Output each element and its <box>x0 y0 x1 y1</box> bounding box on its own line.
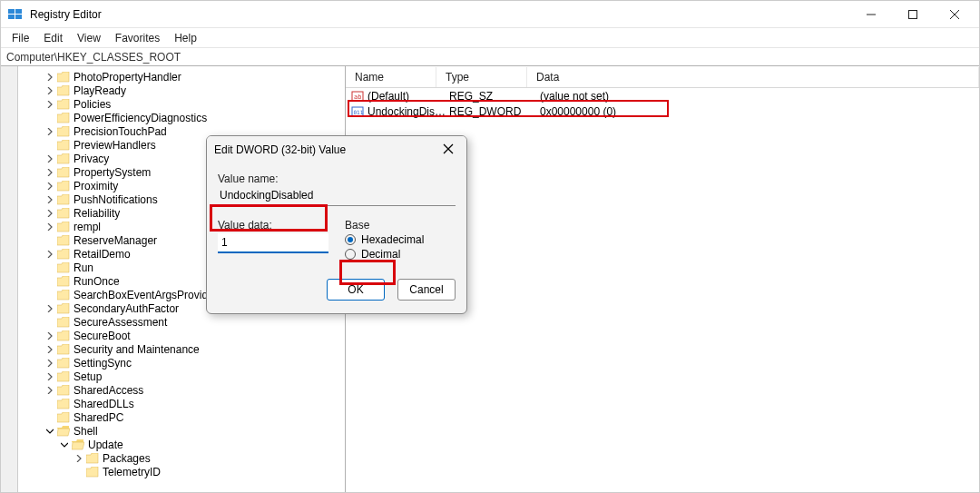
tree-item[interactable]: PowerEfficiencyDiagnostics <box>44 111 345 124</box>
menu-help[interactable]: Help <box>167 30 204 46</box>
tree-item[interactable]: SharedDLLs <box>44 397 345 410</box>
tree-item[interactable]: Security and Maintenance <box>44 342 345 356</box>
base-label: Base <box>345 219 456 232</box>
folder-icon <box>57 303 70 314</box>
folder-icon <box>57 222 70 232</box>
cancel-button[interactable]: Cancel <box>397 279 456 301</box>
tree-item-label: PhotoPropertyHandler <box>74 71 181 84</box>
folder-icon <box>57 358 70 369</box>
ok-button[interactable]: OK <box>327 279 385 301</box>
col-header-data[interactable]: Data <box>527 67 979 87</box>
svg-text:011: 011 <box>354 109 364 115</box>
folder-icon <box>57 290 70 301</box>
value-data-input[interactable] <box>218 233 328 253</box>
radio-decimal[interactable]: Decimal <box>345 248 456 261</box>
tree-item[interactable]: SettingSync <box>44 356 345 370</box>
tree-item-label: ReserveManager <box>74 234 157 247</box>
chevron-right-icon[interactable] <box>44 74 55 81</box>
cell-data: 0x00000000 (0) <box>540 105 974 118</box>
tree-item-label: SettingSync <box>74 357 132 370</box>
folder-icon <box>57 249 70 260</box>
tree-item-label: PreviewHandlers <box>74 139 156 152</box>
folder-icon <box>57 399 70 409</box>
folder-icon <box>57 99 70 110</box>
cell-type: REG_DWORD <box>449 105 540 118</box>
window-titlebar: Registry Editor <box>1 1 979 28</box>
chevron-right-icon[interactable] <box>44 387 55 394</box>
tree-item-label: SecureBoot <box>74 330 131 342</box>
dialog-titlebar[interactable]: Edit DWORD (32-bit) Value <box>207 136 466 163</box>
tree-item[interactable]: PlayReady <box>44 84 345 97</box>
radio-icon <box>345 234 356 245</box>
minimize-button[interactable] <box>850 1 892 28</box>
chevron-right-icon[interactable] <box>44 251 55 258</box>
menu-edit[interactable]: Edit <box>36 30 70 46</box>
maximize-button[interactable] <box>892 1 934 28</box>
folder-icon <box>57 412 70 423</box>
tree-item-label: SecondaryAuthFactor <box>74 302 179 315</box>
menu-view[interactable]: View <box>70 30 108 46</box>
chevron-right-icon[interactable] <box>44 360 55 367</box>
tree-item[interactable]: SecureAssessment <box>44 315 345 329</box>
edit-dword-dialog: Edit DWORD (32-bit) Value Value name: Un… <box>206 135 467 314</box>
chevron-right-icon[interactable] <box>74 455 84 462</box>
tree-item[interactable]: Shell <box>44 424 345 438</box>
chevron-right-icon[interactable] <box>44 332 55 340</box>
tree-item[interactable]: Setup <box>44 370 345 383</box>
value-name-field[interactable]: UndockingDisabled <box>218 187 456 206</box>
chevron-right-icon[interactable] <box>44 373 55 380</box>
tree-item[interactable]: SharedPC <box>44 410 345 424</box>
col-header-name[interactable]: Name <box>346 67 436 87</box>
radio-hexadecimal[interactable]: Hexadecimal <box>345 233 456 246</box>
tree-item[interactable]: TelemetryID <box>44 465 345 478</box>
folder-icon <box>57 181 70 192</box>
tree-item-label: TelemetryID <box>103 466 161 478</box>
folder-icon <box>57 85 70 96</box>
menu-file[interactable]: File <box>5 30 36 46</box>
tree-item[interactable]: SecureBoot <box>44 329 345 342</box>
chevron-right-icon[interactable] <box>44 196 55 203</box>
chevron-right-icon[interactable] <box>44 305 55 312</box>
chevron-right-icon[interactable] <box>44 346 55 353</box>
tree-item-label: rempl <box>74 221 101 233</box>
window-title: Registry Editor <box>30 8 850 21</box>
tree-item-label: SecureAssessment <box>74 316 167 329</box>
dialog-title: Edit DWORD (32-bit) Value <box>214 143 437 156</box>
tree-item-label: SharedPC <box>74 411 123 424</box>
folder-icon <box>57 317 70 328</box>
address-bar[interactable]: Computer\HKEY_CLASSES_ROOT <box>1 48 979 66</box>
chevron-right-icon[interactable] <box>44 169 55 176</box>
close-button[interactable] <box>934 1 975 28</box>
folder-icon <box>86 467 99 478</box>
tree-item-label: PrecisionTouchPad <box>74 125 167 138</box>
dword-value-icon: 011 <box>351 105 364 118</box>
cell-type: REG_SZ <box>449 90 540 103</box>
folder-icon <box>57 385 70 396</box>
tree-item-label: Policies <box>74 98 111 111</box>
chevron-down-icon[interactable] <box>59 441 70 449</box>
dialog-close-button[interactable] <box>437 143 459 157</box>
tree-item[interactable]: Update <box>44 438 345 451</box>
chevron-right-icon[interactable] <box>44 182 55 190</box>
folder-icon <box>57 113 70 123</box>
chevron-right-icon[interactable] <box>44 128 55 135</box>
folder-icon <box>57 276 70 287</box>
col-header-type[interactable]: Type <box>436 67 527 87</box>
tree-item-label: Update <box>88 439 123 451</box>
chevron-right-icon[interactable] <box>44 223 55 231</box>
chevron-right-icon[interactable] <box>44 155 55 163</box>
tree-item-label: PushNotifications <box>74 193 158 206</box>
chevron-right-icon[interactable] <box>44 87 55 94</box>
menu-favorites[interactable]: Favorites <box>108 30 167 46</box>
tree-item[interactable]: Policies <box>44 97 345 111</box>
tree-item[interactable]: PhotoPropertyHandler <box>44 70 345 84</box>
tree-item[interactable]: Packages <box>44 451 345 465</box>
chevron-right-icon[interactable] <box>44 101 55 108</box>
tree-item-label: RetailDemo <box>74 248 131 261</box>
list-row[interactable]: ab(Default)REG_SZ(value not set) <box>346 88 979 104</box>
chevron-down-icon[interactable] <box>44 428 55 435</box>
list-row[interactable]: 011UndockingDisab…REG_DWORD0x00000000 (0… <box>346 104 979 119</box>
svg-rect-2 <box>8 15 15 19</box>
chevron-right-icon[interactable] <box>44 210 55 217</box>
tree-item[interactable]: SharedAccess <box>44 383 345 397</box>
